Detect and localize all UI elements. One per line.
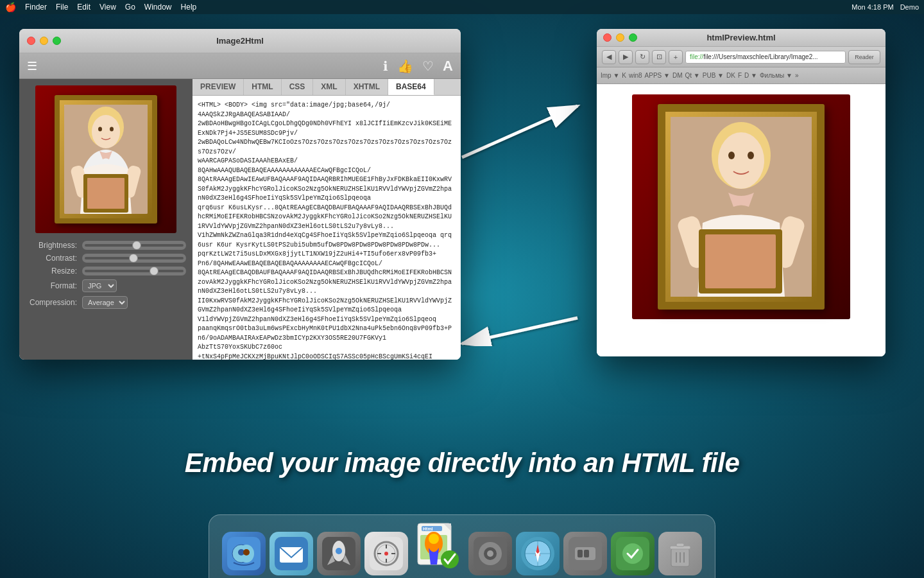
bookmark-k[interactable]: K	[622, 72, 626, 79]
bookmark-apps[interactable]: APPS ▼	[645, 72, 670, 79]
format-label: Format:	[26, 281, 77, 290]
menu-icon[interactable]: ☰	[27, 59, 37, 73]
dock-item-app8[interactable]	[563, 532, 607, 575]
tab-base64[interactable]: BASE64	[388, 79, 434, 95]
portrait-inner	[64, 105, 148, 214]
dock-item-instruments[interactable]	[364, 532, 408, 575]
format-control: Format: JPG PNG GIF	[26, 279, 186, 292]
reload-button[interactable]: ↻	[635, 50, 649, 64]
browser-nav: ◀ ▶ ↻ ⊡ + file:// file:///Users/maxschle…	[597, 47, 886, 67]
dock-item-rocket[interactable]	[317, 532, 361, 575]
svg-point-27	[243, 549, 250, 556]
dock-item-mail[interactable]	[270, 532, 313, 575]
menu-window[interactable]: Window	[144, 3, 172, 12]
menu-edit[interactable]: Edit	[77, 3, 90, 12]
traffic-lights	[27, 37, 61, 45]
tab-xhtml[interactable]: XHTML	[346, 79, 388, 95]
svg-point-47	[429, 534, 439, 544]
svg-point-18	[748, 152, 754, 159]
brightness-thumb[interactable]	[132, 241, 141, 250]
portrait-svg	[64, 105, 148, 214]
menu-help[interactable]: Help	[181, 3, 197, 12]
close-button[interactable]	[27, 37, 35, 45]
slider-track	[85, 270, 184, 272]
browser-title: htmlPreview.html	[706, 33, 775, 42]
font-icon[interactable]: A	[443, 58, 453, 74]
menu-view[interactable]: View	[99, 3, 116, 12]
dock-item-finder[interactable]	[222, 532, 266, 575]
code-panel: PREVIEW HTML CSS XML XHTML BASE64 <HTML>…	[193, 79, 461, 360]
tab-preview[interactable]: PREVIEW	[193, 79, 244, 95]
menu-file[interactable]: File	[56, 3, 68, 12]
dock-item-trash[interactable]	[658, 532, 702, 575]
window-title: Image2Html	[216, 36, 264, 46]
tab-xml[interactable]: XML	[313, 79, 345, 95]
bookmark-pub[interactable]: PUB ▼	[703, 72, 724, 79]
browser-minimize[interactable]	[616, 33, 624, 42]
brightness-slider[interactable]	[82, 241, 186, 250]
forward-button[interactable]: ▶	[619, 50, 633, 64]
menu-finder[interactable]: Finder	[25, 3, 47, 12]
svg-point-72	[622, 543, 643, 564]
info-icon[interactable]: ℹ	[383, 58, 388, 74]
bookmark-dm[interactable]: DM	[672, 72, 683, 79]
bookmark-win8[interactable]: win8	[629, 72, 642, 79]
menu-bar: 🍎 Finder File Edit View Go Window Help M…	[0, 0, 924, 14]
system-prefs-icon	[474, 537, 507, 570]
apple-menu[interactable]: 🍎	[5, 2, 16, 12]
svg-point-32	[336, 548, 342, 554]
browser-maximize[interactable]	[629, 33, 637, 42]
contrast-thumb[interactable]	[129, 254, 138, 263]
url-bar[interactable]: file:// file:///Users/maxschlee/Library/…	[685, 51, 846, 64]
bookmark-d[interactable]: D ▼	[744, 72, 757, 79]
bookmark-dk[interactable]: DK	[726, 72, 735, 79]
contrast-slider[interactable]	[82, 254, 186, 263]
browser-image-container	[632, 94, 850, 319]
svg-rect-7	[87, 178, 124, 209]
dock-item-system-prefs[interactable]	[468, 532, 512, 575]
svg-point-2	[92, 115, 120, 148]
svg-rect-76	[676, 543, 684, 547]
finder-icon	[227, 537, 261, 570]
browser-content	[597, 84, 886, 356]
menu-bar-right: Mon 4:18 PM Demo	[851, 3, 919, 11]
reader-button[interactable]: Reader	[848, 50, 880, 64]
resize-control: Resize:	[26, 267, 186, 276]
browser-close[interactable]	[603, 33, 612, 42]
minimize-button[interactable]	[40, 37, 48, 45]
resize-thumb[interactable]	[150, 267, 158, 276]
resize-slider[interactable]	[82, 267, 186, 276]
image-preview	[35, 85, 176, 233]
like-icon[interactable]: 👍	[397, 58, 413, 74]
safari-icon	[521, 537, 554, 570]
svg-rect-55	[479, 552, 484, 555]
bookmark-more[interactable]: »	[795, 72, 799, 79]
svg-point-52	[487, 550, 493, 557]
back-button[interactable]: ◀	[602, 50, 616, 64]
tab-html[interactable]: HTML	[244, 79, 281, 95]
resize-label: Resize:	[26, 267, 77, 276]
maximize-button[interactable]	[53, 37, 61, 45]
bookmark-f[interactable]: F	[738, 72, 742, 79]
menu-go[interactable]: Go	[125, 3, 135, 12]
brightness-control: Brightness:	[26, 241, 186, 250]
compression-control: Compression: Average High Low	[26, 296, 186, 309]
svg-rect-70	[584, 550, 589, 557]
format-select[interactable]: JPG PNG GIF	[82, 279, 117, 292]
dock-item-app9[interactable]	[611, 532, 654, 575]
heart-icon[interactable]: ♡	[422, 58, 434, 74]
tab-css[interactable]: CSS	[282, 79, 314, 95]
browser-titlebar: htmlPreview.html	[597, 29, 886, 47]
home-button[interactable]: ⊡	[652, 50, 666, 64]
add-tab-button[interactable]: +	[669, 50, 683, 64]
promo-text: Embed your image directly into an HTML f…	[0, 448, 924, 478]
bookmark-imp[interactable]: Imp ▼	[601, 72, 619, 79]
toolbar-right: ℹ 👍 ♡ A	[383, 58, 453, 74]
compression-select[interactable]: Average High Low	[82, 296, 128, 309]
browser-bookmarks-bar: Imp ▼ K win8 APPS ▼ DM Qt ▼ PUB ▼ DK F D…	[597, 67, 886, 84]
bookmark-qt[interactable]: Qt ▼	[685, 72, 700, 79]
svg-rect-56	[497, 552, 502, 555]
dock-item-safari[interactable]	[516, 532, 560, 575]
dock-item-image2html[interactable]: Html	[412, 520, 465, 573]
bookmark-films[interactable]: Фильмы ▼	[760, 72, 792, 79]
